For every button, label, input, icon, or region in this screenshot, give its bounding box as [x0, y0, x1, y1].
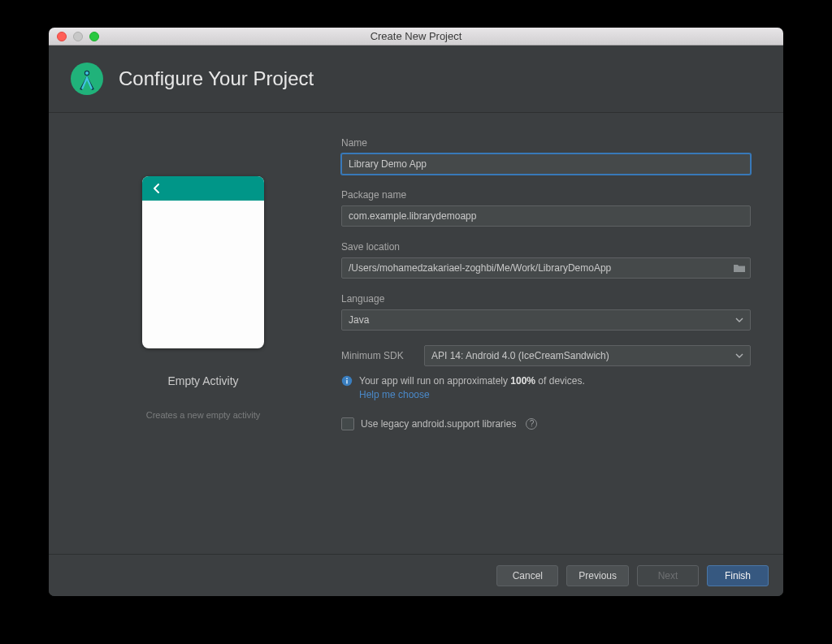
back-arrow-icon [150, 182, 163, 195]
location-label: Save location [341, 241, 751, 253]
cancel-button[interactable]: Cancel [496, 565, 558, 586]
min-sdk-label: Minimum SDK [341, 350, 414, 361]
form-column: Name Package name Save location [341, 137, 751, 546]
info-icon [341, 375, 353, 389]
dialog-window: Create New Project Configure Your Projec… [49, 28, 783, 596]
info-percent: 100% [510, 375, 535, 387]
template-preview [142, 176, 264, 348]
min-sdk-select[interactable]: API 14: Android 4.0 (IceCreamSandwich) [424, 345, 751, 366]
name-input[interactable] [341, 153, 751, 175]
template-name: Empty Activity [167, 374, 238, 387]
minimize-window-button[interactable] [73, 32, 83, 41]
package-label: Package name [341, 189, 751, 201]
legacy-label: Use legacy android.support libraries [361, 418, 516, 430]
titlebar: Create New Project [49, 28, 783, 45]
window-title: Create New Project [49, 30, 783, 42]
next-button: Next [637, 565, 699, 586]
template-preview-column: Empty Activity Creates a new empty activ… [81, 137, 325, 546]
chevron-down-icon [735, 318, 743, 322]
field-legacy: Use legacy android.support libraries ? [341, 417, 751, 430]
field-language: Language Java [341, 293, 751, 331]
info-prefix: Your app will run on approximately [359, 375, 510, 387]
help-me-choose-link[interactable]: Help me choose [359, 389, 430, 400]
language-value: Java [349, 314, 369, 326]
chevron-down-icon [735, 353, 743, 358]
min-sdk-info: Your app will run on approximately 100% … [341, 374, 751, 403]
dialog-footer: Cancel Previous Next Finish [49, 554, 783, 596]
svg-rect-4 [346, 380, 348, 384]
language-label: Language [341, 293, 751, 305]
legacy-help-icon[interactable]: ? [526, 418, 537, 430]
dialog-header: Configure Your Project [49, 45, 783, 113]
name-label: Name [341, 137, 751, 149]
template-description: Creates a new empty activity [146, 410, 261, 420]
svg-point-2 [85, 71, 89, 75]
min-sdk-value: API 14: Android 4.0 (IceCreamSandwich) [431, 350, 609, 361]
info-suffix: of devices. [535, 375, 585, 387]
finish-button[interactable]: Finish [707, 565, 769, 586]
field-location: Save location [341, 241, 751, 279]
page-title: Configure Your Project [119, 67, 314, 90]
legacy-checkbox[interactable] [341, 417, 354, 430]
field-package: Package name [341, 189, 751, 227]
field-name: Name [341, 137, 751, 175]
android-studio-logo-icon [70, 62, 104, 96]
package-input[interactable] [341, 205, 751, 227]
field-min-sdk: Minimum SDK API 14: Android 4.0 (IceCrea… [341, 345, 751, 366]
dialog-body: Empty Activity Creates a new empty activ… [49, 113, 783, 554]
location-input[interactable] [341, 257, 751, 279]
close-window-button[interactable] [57, 32, 67, 41]
folder-icon [733, 262, 746, 274]
browse-folder-button[interactable] [731, 261, 748, 275]
zoom-window-button[interactable] [89, 32, 99, 41]
language-select[interactable]: Java [341, 309, 751, 331]
preview-appbar [142, 176, 264, 201]
previous-button[interactable]: Previous [566, 565, 629, 586]
svg-rect-5 [346, 378, 348, 379]
traffic-lights [49, 32, 99, 41]
